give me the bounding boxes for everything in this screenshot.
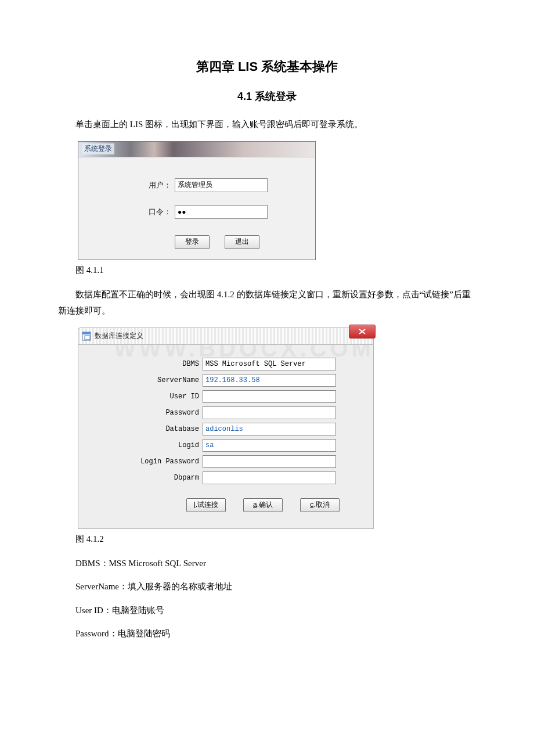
db-logid-label: Logid bbox=[91, 441, 203, 449]
db-logid-input[interactable]: sa bbox=[203, 439, 336, 452]
db-database-input[interactable]: adiconlis bbox=[203, 423, 336, 435]
db-titlebar: 数据库连接定义 bbox=[78, 327, 374, 345]
login-titlebar-text: 系统登录 bbox=[82, 143, 114, 154]
db-dbparm-input[interactable] bbox=[203, 471, 336, 484]
db-dbparm-label: Dbparm bbox=[91, 474, 203, 482]
figure-label-1: 图 4.1.1 bbox=[58, 265, 476, 276]
chapter-title: 第四章 LIS 系统基本操作 bbox=[58, 58, 476, 75]
db-userid-input[interactable] bbox=[203, 390, 336, 403]
exit-button[interactable]: 退出 bbox=[225, 235, 259, 249]
db-loginpw-label: Login Password bbox=[91, 458, 203, 466]
paragraph-dbconfig: 数据库配置不正确的时候，会出现图 4.1.2 的数据库链接定义窗口，重新设置好参… bbox=[58, 286, 476, 319]
login-user-input[interactable]: 系统管理员 bbox=[175, 178, 268, 192]
db-database-label: Database bbox=[91, 425, 203, 433]
db-titlebar-text: 数据库连接定义 bbox=[95, 331, 143, 341]
db-dbms-label: DBMS bbox=[91, 360, 203, 368]
db-server-input[interactable]: 192.168.33.58 bbox=[203, 374, 336, 387]
login-pass-input[interactable]: ●● bbox=[175, 205, 268, 219]
cancel-button[interactable]: c.取消 bbox=[300, 498, 340, 512]
window-icon bbox=[82, 332, 91, 341]
db-server-label: ServerName bbox=[91, 376, 203, 384]
login-user-label: 用户： bbox=[102, 180, 175, 190]
test-connection-button[interactable]: l.试连接 bbox=[186, 498, 226, 512]
login-button[interactable]: 登录 bbox=[175, 235, 210, 249]
svg-rect-1 bbox=[82, 332, 91, 334]
figure-label-2: 图 4.1.2 bbox=[58, 534, 476, 545]
db-dbms-input[interactable]: MSS Microsoft SQL Server bbox=[203, 358, 336, 370]
db-body: DBMS MSS Microsoft SQL Server ServerName… bbox=[78, 345, 374, 529]
desc-password: Password：电脑登陆密码 bbox=[58, 625, 476, 642]
db-password-label: Password bbox=[91, 409, 203, 417]
desc-dbms: DBMS：MSS Microsoft SQL Server bbox=[58, 555, 476, 572]
db-userid-label: User ID bbox=[91, 393, 203, 401]
confirm-button[interactable]: a.确认 bbox=[243, 498, 283, 512]
login-dialog: 系统登录 用户： 系统管理员 口令： ●● 登录 退出 bbox=[78, 141, 316, 260]
close-button[interactable] bbox=[349, 325, 376, 339]
desc-server: ServerName：填入服务器的名称或者地址 bbox=[58, 578, 476, 595]
login-body: 用户： 系统管理员 口令： ●● 登录 退出 bbox=[78, 157, 315, 260]
db-dialog: 数据库连接定义 DBMS MSS Microsoft SQL Server Se… bbox=[78, 327, 374, 529]
db-loginpw-input[interactable] bbox=[203, 455, 336, 468]
db-password-input[interactable] bbox=[203, 406, 336, 419]
desc-userid: User ID：电脑登陆账号 bbox=[58, 602, 476, 619]
login-titlebar: 系统登录 bbox=[78, 142, 315, 157]
login-pass-label: 口令： bbox=[102, 207, 175, 217]
section-title: 4.1 系统登录 bbox=[58, 89, 476, 103]
paragraph-intro: 单击桌面上的 LIS 图标，出现如下界面，输入账号跟密码后即可登录系统。 bbox=[58, 116, 476, 133]
